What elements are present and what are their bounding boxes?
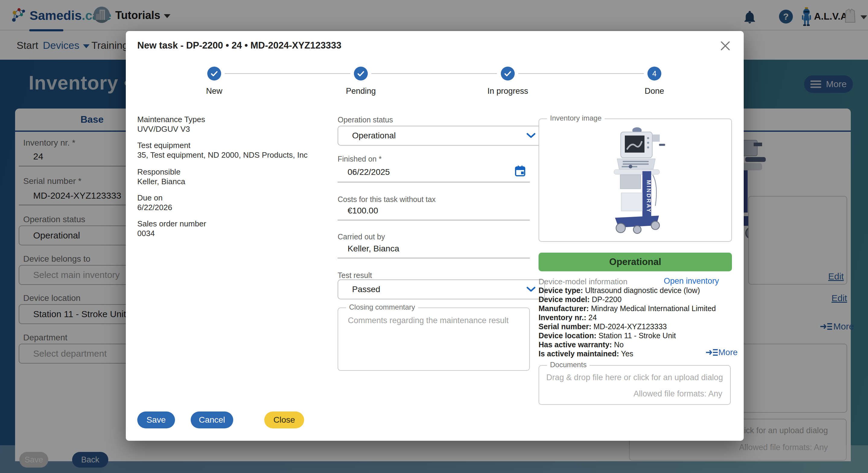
- info-line-label: Device model:: [538, 295, 590, 304]
- info-line: Manufacturer: Mindray Medical Internatio…: [538, 304, 716, 313]
- dropzone-text: Drag & drop file here or click for an up…: [539, 373, 730, 382]
- step-label: In progress: [487, 87, 528, 96]
- stepper-connector: [225, 73, 350, 74]
- info-line-label: Has active warranty:: [538, 340, 612, 349]
- info-label: Maintenance Types: [137, 115, 205, 124]
- open-inventory-link[interactable]: Open inventory: [664, 276, 719, 286]
- info-line-value: Yes: [621, 349, 633, 358]
- stepper-connector: [518, 73, 644, 74]
- closing-commentary-legend: Closing commentary: [346, 303, 418, 311]
- formats-text: Allowed file formats: Any: [633, 389, 722, 399]
- info-value: 6/22/2026: [137, 203, 172, 212]
- test-result-select[interactable]: Passed: [338, 279, 545, 299]
- application-root: Samedis.care Tutorials ? A.: [0, 0, 868, 473]
- form-label: Carried out by: [338, 232, 385, 241]
- info-line-value: DP-2200: [592, 295, 621, 304]
- info-line: Device model: DP-2200: [538, 295, 621, 304]
- device-info-more-link[interactable]: More: [706, 347, 738, 357]
- info-line-value: Ultrasound diagnostic device (low): [585, 286, 700, 295]
- step-inprogress-icon[interactable]: [501, 67, 515, 80]
- info-line-value: MD-2024-XYZ123333: [593, 322, 667, 331]
- info-value: 0034: [137, 229, 155, 238]
- info-label: Due on: [137, 193, 163, 203]
- documents-legend: Documents: [547, 361, 590, 369]
- operation-status-value: Operational: [352, 131, 396, 140]
- info-line-label: Device type:: [538, 286, 583, 295]
- closing-commentary-field[interactable]: Closing commentary Comments regarding th…: [338, 307, 530, 371]
- info-line-value: Mindray Medical International Limited: [591, 304, 716, 313]
- form-label: Test result: [338, 271, 372, 280]
- info-line-label: Device location:: [538, 331, 596, 340]
- info-line-label: Is actively maintained:: [538, 349, 619, 358]
- expand-more-icon: [706, 348, 718, 356]
- save-button[interactable]: Save: [137, 411, 175, 428]
- info-line-value: Station 11 - Stroke Unit: [598, 331, 676, 340]
- stepper-connector: [371, 73, 497, 74]
- chevron-down-icon: [526, 287, 536, 293]
- more-label: More: [718, 347, 738, 357]
- inventory-image-legend: Inventory image: [547, 114, 604, 123]
- calendar-icon[interactable]: [515, 165, 526, 177]
- step-label: Done: [645, 87, 664, 96]
- info-line-label: Manufacturer:: [538, 304, 589, 313]
- info-line: Device type: Ultrasound diagnostic devic…: [538, 286, 700, 295]
- svg-text:MINDRAY: MINDRAY: [646, 180, 652, 213]
- test-result-value: Passed: [352, 284, 380, 294]
- info-value: Keller, Bianca: [137, 177, 185, 186]
- costs-underline: [338, 220, 530, 221]
- step-label: Pending: [346, 87, 376, 96]
- inventory-device-image: MINDRAY: [599, 126, 672, 234]
- step-done-icon[interactable]: 4: [647, 67, 661, 80]
- info-value: UVV/DGUV V3: [137, 125, 190, 134]
- info-line-label: Serial number:: [538, 322, 591, 331]
- finished-on-value[interactable]: 06/22/2025: [347, 167, 390, 177]
- finished-on-underline: [338, 182, 530, 182]
- form-label: Finished on *: [338, 155, 382, 163]
- check-icon: [356, 69, 365, 78]
- step-new-icon[interactable]: [207, 67, 221, 80]
- form-label: Costs for this task without tax: [338, 195, 436, 204]
- info-line-label: Inventory nr.:: [538, 313, 586, 322]
- dialog-title: New task - DP-2200 • 24 • MD-2024-XYZ123…: [137, 40, 342, 51]
- info-line: Has active warranty: No: [538, 340, 624, 349]
- info-value: 35, Test equipment, ND 2000, NDS Product…: [137, 150, 308, 160]
- carried-out-by-value[interactable]: Keller, Bianca: [347, 244, 399, 254]
- costs-value[interactable]: €100.00: [347, 206, 378, 215]
- info-label: Test equipment: [137, 141, 190, 150]
- info-line: Device location: Station 11 - Stroke Uni…: [538, 331, 676, 340]
- documents-dropzone[interactable]: Documents Drag & drop file here or click…: [538, 365, 731, 405]
- form-label: Operation status: [338, 115, 393, 124]
- info-label: Sales order number: [137, 219, 206, 229]
- new-task-dialog: New task - DP-2200 • 24 • MD-2024-XYZ123…: [126, 31, 744, 441]
- operation-status-select[interactable]: Operational: [338, 126, 545, 146]
- cancel-button[interactable]: Cancel: [191, 411, 233, 428]
- info-line: Is actively maintained: Yes: [538, 349, 633, 358]
- close-icon[interactable]: [719, 40, 731, 53]
- operational-status-badge[interactable]: Operational: [538, 252, 732, 271]
- check-icon: [210, 69, 219, 78]
- check-icon: [503, 69, 512, 78]
- info-line: Inventory nr.: 24: [538, 313, 597, 322]
- inventory-image-frame: Inventory image MINDRAY: [538, 119, 732, 242]
- chevron-down-icon: [526, 133, 536, 139]
- step-pending-icon[interactable]: [354, 67, 368, 80]
- close-button[interactable]: Close: [264, 411, 304, 428]
- info-line-value: No: [614, 340, 624, 349]
- info-label: Responsible: [137, 167, 180, 177]
- carried-out-by-underline: [338, 258, 530, 258]
- info-line: Serial number: MD-2024-XYZ123333: [538, 322, 667, 331]
- info-line-value: 24: [588, 313, 597, 322]
- device-model-info-title: Device-model information: [538, 277, 627, 286]
- closing-commentary-placeholder: Comments regarding the maintenance resul…: [348, 316, 509, 325]
- step-label: New: [206, 87, 222, 96]
